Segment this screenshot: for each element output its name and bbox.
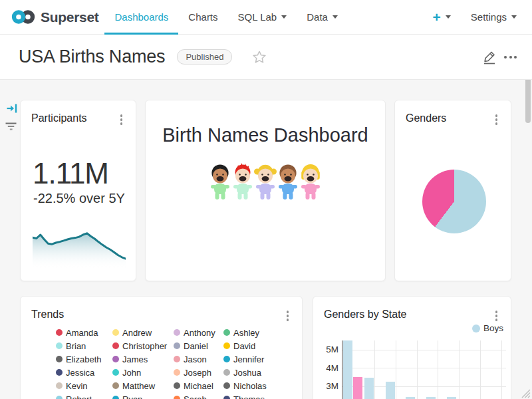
caret-down-icon [281, 15, 287, 19]
published-badge[interactable]: Published [177, 49, 232, 65]
legend-label: Brian [66, 341, 86, 351]
bar-boys[interactable] [386, 382, 395, 399]
kid-figure [254, 165, 277, 200]
legend-label: Nicholas [233, 381, 267, 391]
favorite-star-icon[interactable] [252, 50, 267, 65]
legend-item-kevin[interactable]: Kevin [56, 381, 112, 391]
legend-item-andrew[interactable]: Andrew [112, 328, 174, 338]
nav-item-label: Charts [188, 11, 217, 23]
y-tick-label: 3M [319, 381, 338, 391]
legend-item-anthony[interactable]: Anthony [174, 328, 223, 338]
nav-item-label: Data [307, 11, 328, 23]
chart-title: Genders [406, 112, 446, 124]
chart-title: Participants [31, 112, 87, 124]
legend-label: David [233, 341, 255, 351]
bar-boys[interactable] [364, 378, 374, 399]
legend-item-joshua[interactable]: Joshua [223, 368, 290, 378]
main-nav: DashboardsChartsSQL LabData [104, 0, 347, 35]
top-navbar: Superset DashboardsChartsSQL LabData + S… [0, 0, 532, 35]
legend-item-jessica[interactable]: Jessica [56, 368, 112, 378]
plus-icon: + [433, 10, 441, 24]
caret-down-icon [446, 15, 451, 19]
bar-girls[interactable] [353, 377, 362, 399]
kebab-menu-icon[interactable] [285, 309, 291, 323]
chart-title: Genders by State [324, 309, 407, 321]
legend-item-christopher[interactable]: Christopher [112, 341, 174, 351]
legend-dot [472, 325, 480, 332]
legend-item-jennifer[interactable]: Jennifer [223, 354, 290, 364]
y-tick-label: 4M [319, 363, 338, 373]
legend-item-boys[interactable]: Boys [472, 323, 503, 333]
kebab-menu-icon[interactable] [494, 309, 499, 323]
nav-item-sql-lab[interactable]: SQL Lab [228, 0, 297, 35]
settings-menu[interactable]: Settings [471, 11, 517, 23]
more-options-icon[interactable] [504, 53, 517, 61]
card-resize-handle[interactable] [521, 389, 531, 399]
legend-label: Andrew [122, 328, 152, 338]
legend-item-elizabeth[interactable]: Elizabeth [56, 354, 112, 364]
y-tick-label: 5M [319, 344, 338, 354]
nav-item-data[interactable]: Data [297, 0, 348, 35]
legend-item-daniel[interactable]: Daniel [174, 341, 223, 351]
kebab-menu-icon[interactable] [119, 113, 124, 126]
legend-item-amanda[interactable]: Amanda [56, 328, 112, 338]
expand-filter-bar-icon[interactable] [7, 103, 18, 116]
caret-down-icon [511, 15, 517, 19]
legend-item-robert[interactable]: Robert [56, 394, 112, 399]
legend-label: Anthony [184, 328, 215, 338]
legend-dot [174, 382, 180, 389]
navbar-right: + Settings [433, 10, 517, 24]
genders-by-state-card: Genders by State Boys 5M4M3M [313, 296, 511, 399]
legend-label: Ryan [122, 394, 142, 399]
nav-item-dashboards[interactable]: Dashboards [104, 0, 178, 35]
legend-dot [112, 382, 119, 389]
gridline [342, 368, 506, 368]
bar-boys[interactable] [343, 340, 352, 399]
legend-label: Joshua [233, 368, 261, 378]
filter-list-icon[interactable] [5, 122, 17, 134]
kid-figure [233, 163, 252, 200]
legend-item-michael[interactable]: Michael [174, 381, 223, 391]
legend-item-joseph[interactable]: Joseph [174, 368, 223, 378]
legend-dot [174, 329, 180, 336]
legend-label: Jennifer [233, 354, 264, 364]
legend-item-matthew[interactable]: Matthew [112, 381, 174, 391]
children-illustration [209, 162, 322, 201]
legend-label: Amanda [66, 328, 98, 338]
trendline-sparkline-chart [33, 225, 126, 268]
legend-dot [56, 369, 63, 376]
legend-item-nicholas[interactable]: Nicholas [223, 381, 290, 391]
pie-chart[interactable] [422, 170, 486, 233]
edit-pencil-icon[interactable] [482, 49, 497, 65]
legend-label: James [122, 354, 148, 364]
legend-dot [223, 329, 230, 336]
legend-item-sarah[interactable]: Sarah [174, 394, 223, 399]
legend-item-david[interactable]: David [223, 341, 290, 351]
legend-item-thomas[interactable]: Thomas [223, 394, 290, 399]
nav-item-charts[interactable]: Charts [178, 0, 227, 35]
legend-label: Daniel [184, 341, 208, 351]
legend-item-ryan[interactable]: Ryan [112, 394, 174, 399]
legend-label: Jason [184, 354, 207, 364]
kebab-menu-icon[interactable] [494, 113, 499, 126]
legend-item-ashley[interactable]: Ashley [223, 328, 290, 338]
legend-dot [56, 342, 63, 349]
legend-dot [56, 396, 63, 399]
legend-label: Thomas [233, 394, 265, 399]
legend-item-john[interactable]: John [112, 368, 174, 378]
legend-item-jason[interactable]: Jason [174, 354, 223, 364]
add-new-button[interactable]: + [433, 10, 451, 24]
legend-label: Matthew [122, 381, 155, 391]
nav-item-label: SQL Lab [238, 11, 277, 23]
trends-card: Trends AmandaAndrewAnthonyAshleyBrianChr… [20, 296, 303, 399]
legend-item-james[interactable]: James [112, 354, 174, 364]
legend-item-brian[interactable]: Brian [56, 341, 112, 351]
legend-label: Robert [66, 394, 92, 399]
big-number-value: 1.11M [33, 157, 108, 190]
superset-brand[interactable]: Superset [11, 8, 98, 26]
legend-dot [223, 369, 230, 376]
legend-dot [112, 369, 119, 376]
legend-dot [223, 382, 230, 389]
legend-label: Christopher [122, 341, 167, 351]
legend-dot [174, 356, 180, 362]
